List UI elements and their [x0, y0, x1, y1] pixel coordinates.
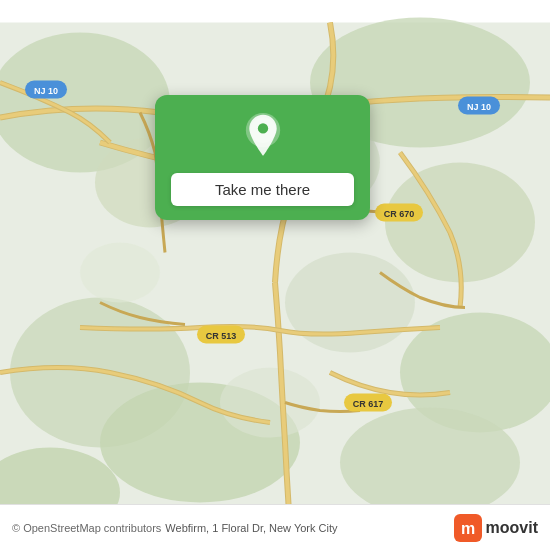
take-me-there-button[interactable]: Take me there — [171, 173, 354, 206]
location-card: Take me there — [155, 95, 370, 220]
svg-text:NJ 10: NJ 10 — [467, 102, 491, 112]
bottom-content: © OpenStreetMap contributors Webfirm, 1 … — [12, 522, 338, 534]
svg-text:CR 670: CR 670 — [384, 209, 415, 219]
svg-text:NJ 10: NJ 10 — [34, 86, 58, 96]
svg-text:CR 617: CR 617 — [353, 399, 384, 409]
svg-point-5 — [285, 253, 415, 353]
moovit-icon: m — [454, 514, 482, 542]
address-text: Webfirm, 1 Floral Dr, New York City — [165, 522, 337, 534]
map-background: NJ 10 NJ 10 NJ 10 CR 513 CR 670 CR 513 C… — [0, 0, 550, 550]
svg-text:m: m — [460, 520, 474, 537]
svg-point-9 — [340, 408, 520, 518]
moovit-logo: m moovit — [454, 514, 538, 542]
bottom-bar: © OpenStreetMap contributors Webfirm, 1 … — [0, 504, 550, 550]
svg-point-13 — [80, 243, 160, 303]
map-attribution: © OpenStreetMap contributors — [12, 522, 161, 534]
svg-point-30 — [257, 123, 267, 133]
moovit-text: moovit — [486, 519, 538, 537]
svg-point-12 — [220, 368, 320, 438]
map-container: NJ 10 NJ 10 NJ 10 CR 513 CR 670 CR 513 C… — [0, 0, 550, 550]
location-pin-icon — [239, 113, 287, 161]
svg-text:CR 513: CR 513 — [206, 331, 237, 341]
